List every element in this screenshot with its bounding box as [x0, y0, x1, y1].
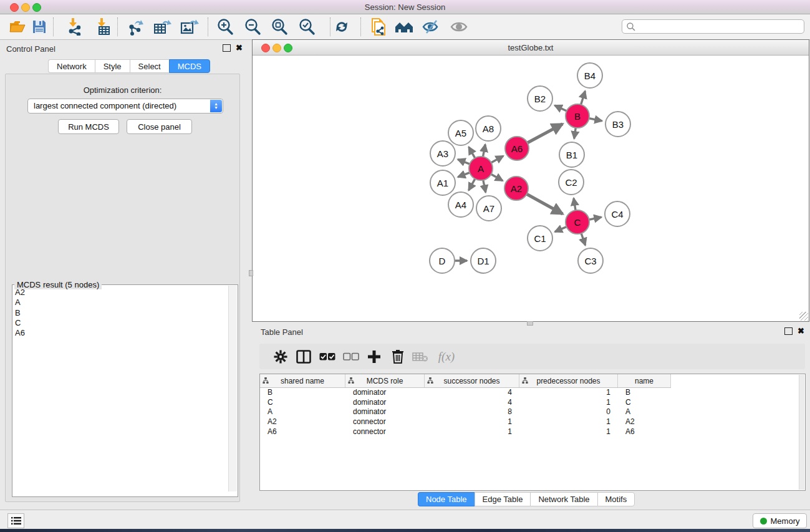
column-header-successor-nodes[interactable]: successor nodes	[425, 374, 519, 387]
tab-node-table[interactable]: Node Table	[418, 492, 475, 506]
graph-node-A8[interactable]: A8	[476, 116, 501, 141]
graph-node-D[interactable]: D	[430, 248, 455, 273]
tab-motifs[interactable]: Motifs	[597, 492, 635, 506]
table-cell[interactable]: A	[260, 407, 345, 416]
table-cell[interactable]: 0	[519, 407, 618, 416]
table-cell[interactable]: 1	[519, 398, 618, 407]
float-panel-icon[interactable]	[223, 44, 231, 52]
column-header-shared-name[interactable]: shared name	[260, 374, 345, 387]
zoom-in-icon[interactable]	[215, 17, 236, 37]
table-cell[interactable]: dominator	[345, 388, 425, 397]
mcds-result-item[interactable]: B	[13, 308, 228, 318]
table-cell[interactable]: 1	[519, 388, 618, 397]
close-panel-button[interactable]: Close panel	[127, 119, 192, 134]
open-session-icon[interactable]	[7, 17, 28, 37]
close-panel-icon[interactable]: ✖	[798, 327, 804, 335]
column-header-MCDS-role[interactable]: MCDS role	[345, 374, 425, 387]
zoom-selected-icon[interactable]	[296, 17, 317, 37]
column-header-predecessor-nodes[interactable]: predecessor nodes	[519, 374, 618, 387]
graph-node-C2[interactable]: C2	[559, 170, 584, 195]
table-cell[interactable]: connector	[345, 417, 425, 426]
table-cell[interactable]: A6	[260, 427, 345, 436]
new-network-from-file-icon[interactable]	[368, 17, 389, 37]
tab-select[interactable]: Select	[130, 59, 169, 73]
table-cell[interactable]: B	[618, 388, 671, 397]
mcds-result-item[interactable]: A6	[13, 328, 228, 338]
table-row[interactable]: Cdominator41C	[260, 397, 805, 407]
graph-node-C3[interactable]: C3	[578, 248, 603, 273]
mcds-result-item[interactable]: C	[13, 318, 228, 328]
select-all-columns-icon[interactable]	[317, 347, 337, 366]
splitter-handle[interactable]	[527, 321, 533, 326]
graph-node-A3[interactable]: A3	[430, 141, 455, 166]
column-header-name[interactable]: name	[618, 374, 671, 387]
tab-network[interactable]: Network	[48, 59, 95, 73]
graph-node-D1[interactable]: D1	[471, 248, 496, 273]
mcds-result-list[interactable]: A2ABCA6	[13, 288, 228, 338]
graph-node-C4[interactable]: C4	[605, 201, 630, 226]
table-cell[interactable]: 1	[425, 427, 519, 436]
table-cell[interactable]: 1	[425, 417, 519, 426]
graph-node-C1[interactable]: C1	[528, 226, 552, 251]
graph-node-B3[interactable]: B3	[605, 112, 630, 137]
mcds-result-item[interactable]: A2	[13, 288, 228, 297]
graph-node-B[interactable]: B	[566, 104, 589, 128]
hide-selected-icon[interactable]	[420, 17, 441, 37]
table-cell[interactable]: 4	[425, 388, 519, 397]
graph-node-B1[interactable]: B1	[559, 142, 584, 167]
tab-edge-table[interactable]: Edge Table	[475, 492, 531, 506]
table-cell[interactable]: B	[260, 388, 345, 397]
table-cell[interactable]: A	[618, 407, 671, 416]
memory-button[interactable]: Memory	[753, 513, 807, 528]
tab-network-table[interactable]: Network Table	[530, 492, 597, 506]
result-scrollbar[interactable]	[228, 286, 237, 491]
window-resize-grip[interactable]	[799, 312, 808, 321]
table-settings-gear-icon[interactable]	[271, 347, 291, 366]
graph-node-A2[interactable]: A2	[504, 177, 528, 200]
graph-node-A1[interactable]: A1	[430, 170, 455, 195]
table-cell[interactable]: dominator	[345, 407, 425, 416]
float-panel-icon[interactable]	[784, 327, 793, 335]
create-column-plus-icon[interactable]	[364, 347, 384, 366]
table-cell[interactable]: A6	[618, 427, 671, 436]
network-window-titlebar[interactable]: testGlobe.txt	[253, 40, 809, 56]
graph-node-A6[interactable]: A6	[505, 137, 529, 160]
table-cell[interactable]: C	[618, 398, 671, 407]
graph-node-C[interactable]: C	[566, 210, 589, 234]
import-table-icon[interactable]	[93, 17, 114, 37]
table-row[interactable]: Bdominator41B	[260, 387, 805, 397]
refresh-layout-icon[interactable]	[331, 17, 352, 37]
run-mcds-button[interactable]: Run MCDS	[58, 119, 119, 134]
zoom-fit-icon[interactable]	[269, 17, 290, 37]
export-network-icon[interactable]	[125, 17, 147, 37]
table-cell[interactable]: 8	[425, 407, 519, 416]
function-builder-icon[interactable]: f(x)	[433, 347, 460, 366]
import-network-icon[interactable]	[64, 17, 85, 37]
graph-node-B2[interactable]: B2	[528, 86, 552, 111]
table-cell[interactable]: A2	[260, 417, 345, 426]
show-all-icon[interactable]	[448, 17, 470, 37]
table-cell[interactable]: dominator	[345, 398, 425, 407]
table-row[interactable]: Adominator80A	[260, 407, 805, 417]
zoom-out-icon[interactable]	[242, 17, 263, 37]
mcds-result-item[interactable]: A	[13, 297, 228, 307]
table-cell[interactable]: 1	[519, 427, 618, 436]
graph-node-A4[interactable]: A4	[448, 192, 473, 217]
table-row[interactable]: A2connector11A2	[260, 417, 805, 427]
graph-node-B4[interactable]: B4	[577, 63, 602, 88]
criterion-dropdown[interactable]: largest connected component (directed) ▲…	[27, 99, 223, 114]
delete-column-trash-icon[interactable]	[388, 347, 408, 366]
graph-node-A7[interactable]: A7	[476, 196, 501, 221]
table-cell[interactable]: 1	[519, 417, 618, 426]
first-neighbors-icon[interactable]	[393, 17, 415, 37]
tab-style[interactable]: Style	[95, 59, 130, 73]
delete-table-icon[interactable]	[410, 347, 430, 366]
export-table-icon[interactable]	[152, 17, 173, 37]
network-graph-canvas[interactable]: B4B2BB3A8A5A6A3B1AA1C2A2A4A7C4CC1DD1C3	[253, 56, 809, 322]
table-row[interactable]: A6connector11A6	[260, 427, 805, 437]
splitter-handle[interactable]	[249, 270, 253, 276]
table-cell[interactable]: connector	[345, 427, 425, 436]
close-panel-icon[interactable]: ✖	[236, 44, 243, 52]
search-input[interactable]	[639, 21, 800, 32]
table-scrollbar[interactable]	[799, 375, 804, 490]
